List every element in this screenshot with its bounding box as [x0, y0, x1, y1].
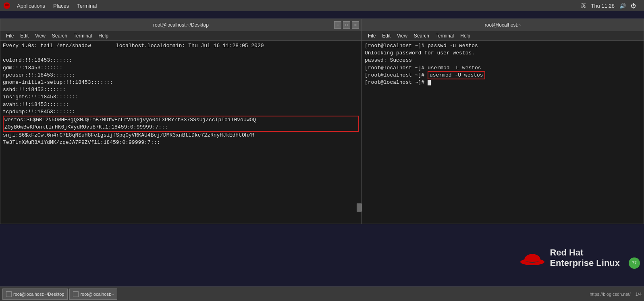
terminal-menubar-right: File Edit View Search Terminal Help — [362, 31, 644, 41]
terminal-line: [root@localhost ~]# — [365, 79, 641, 86]
terminal-line-highlighted: westos:$6$GRL2N5OWHESgQ3MJ$FmB7MUfWEcFrV… — [3, 116, 359, 132]
tmenu-search-left[interactable]: Search — [50, 33, 70, 39]
redhat-menu-icon — [3, 2, 10, 9]
terminal-body-left: Every 1.0s: tail /etc/shadow localhost.l… — [0, 41, 361, 224]
tmenu-help-left[interactable]: Help — [96, 33, 111, 39]
terminal-line: gdm:!!:18453::::::: — [3, 64, 359, 72]
tmenu-edit-left[interactable]: Edit — [18, 33, 31, 39]
applications-menu[interactable]: Applications — [13, 2, 49, 10]
terminal-line-highlighted-right: [root@localhost ~]# usermod -U westos — [365, 72, 641, 79]
terminal-window-left: root@localhost:~/Desktop － □ ✕ File Edit… — [0, 19, 362, 224]
terminal-line — [3, 50, 359, 57]
tmenu-search-right[interactable]: Search — [411, 33, 432, 39]
terminal-body-right: [root@localhost ~]# passwd -u westos Unl… — [362, 41, 644, 224]
terminal-line: Unlocking password for user westos. — [365, 50, 641, 57]
terminal-line: tcpdump:!!:18453::::::: — [3, 108, 359, 116]
taskbar-btn-home[interactable]: root@localhost:~ — [69, 289, 117, 300]
redhat-logo: Red Hat Enterprise Linux — [519, 247, 620, 269]
taskbar: root@localhost:~/Desktop root@localhost:… — [0, 286, 644, 301]
terminal-line: [root@localhost ~]# usermod -L westos — [365, 64, 641, 72]
terminal-line: rpcuser:!!:18453::::::: — [3, 72, 359, 79]
redhat-name: Red Hat — [550, 247, 620, 258]
tmenu-edit-right[interactable]: Edit — [380, 33, 393, 39]
window-controls-left: － □ ✕ — [334, 21, 359, 29]
redhat-brand-text: Red Hat Enterprise Linux — [550, 247, 620, 268]
terminal-line: passwd: Success — [365, 57, 641, 64]
terminal-line: avahi:!!:18453::::::: — [3, 101, 359, 108]
places-menu[interactable]: Places — [49, 2, 73, 10]
terminal-line: [root@localhost ~]# passwd -u westos — [365, 42, 641, 50]
taskbar-btn-desktop[interactable]: root@localhost:~/Desktop — [2, 289, 68, 300]
terminal-titlebar-right: root@localhost:~ — [362, 19, 644, 31]
url-hint: https://blog.csdn.net/ — [590, 292, 631, 297]
terminal-icon-2 — [73, 291, 79, 297]
tmenu-file-right[interactable]: File — [366, 33, 378, 39]
terminal-title-right: root@localhost:~ — [485, 22, 521, 28]
taskbar-btn-desktop-label: root@localhost:~/Desktop — [13, 292, 64, 297]
terminal-menu[interactable]: Terminal — [73, 2, 101, 10]
language-indicator: 英 — [581, 2, 586, 9]
terminal-window-right: root@localhost:~ File Edit View Search T… — [362, 19, 644, 224]
tmenu-view-left[interactable]: View — [33, 33, 48, 39]
terminal-line: gnome-initial-setup:!!:18453::::::: — [3, 79, 359, 86]
terminal-line: colord:!!:18453::::::: — [3, 57, 359, 64]
power-icon[interactable]: ⏻ — [631, 3, 636, 9]
terminal-title-left: root@localhost:~/Desktop — [153, 22, 209, 28]
terminal-line: Every 1.0s: tail /etc/shadow localhost.l… — [3, 42, 359, 50]
clock: Thu 11:28 — [591, 3, 615, 9]
tmenu-terminal-right[interactable]: Terminal — [433, 33, 456, 39]
svg-point-1 — [5, 4, 9, 6]
scrollbar-thumb-left[interactable] — [357, 203, 361, 212]
terminal-menubar-left: File Edit View Search Terminal Help — [0, 31, 361, 41]
terminal-icon-1 — [6, 291, 12, 297]
terminal-line: sshd:!!:18453::::::: — [3, 86, 359, 93]
tmenu-file-left[interactable]: File — [4, 33, 16, 39]
terminal-line: snji:$6$xFzCw.6n4rC7E8qN$uH8FeIgsijfSpqO… — [3, 132, 359, 146]
redhat-product: Enterprise Linux — [550, 258, 620, 268]
close-button-left[interactable]: ✕ — [352, 21, 359, 29]
tmenu-help-right[interactable]: Help — [458, 33, 473, 39]
redhat-hat-icon — [519, 247, 546, 269]
maximize-button-left[interactable]: □ — [343, 21, 350, 29]
minimize-button-left[interactable]: － — [334, 21, 341, 29]
taskbar-btn-home-label: root@localhost:~ — [80, 292, 114, 297]
tmenu-terminal-left[interactable]: Terminal — [71, 33, 94, 39]
terminal-line: insights:!!:18453::::::: — [3, 93, 359, 101]
volume-icon[interactable]: 🔊 — [619, 3, 626, 9]
notification-circle[interactable]: 77 — [629, 257, 640, 269]
top-menubar: Applications Places Terminal 英 Thu 11:28… — [0, 0, 644, 11]
tmenu-view-right[interactable]: View — [395, 33, 410, 39]
desktop: root@localhost:~/Desktop － □ ✕ File Edit… — [0, 11, 644, 289]
terminal-titlebar-left: root@localhost:~/Desktop － □ ✕ — [0, 19, 361, 31]
page-info: 1/4 — [636, 292, 642, 297]
